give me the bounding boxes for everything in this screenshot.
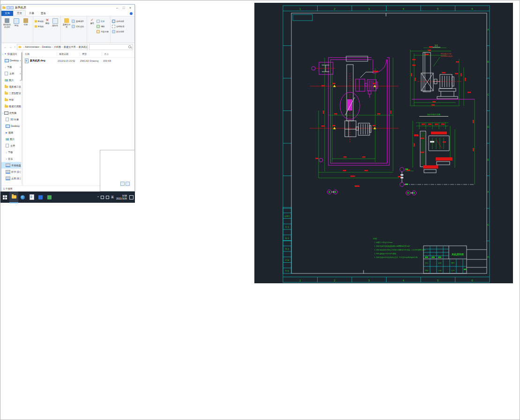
file-type: ZWCAD Drawing	[80, 59, 100, 62]
music-icon: ♪	[6, 157, 7, 160]
column-type[interactable]: 类型	[80, 52, 102, 56]
cad-viewport[interactable]: 1 2 3 4 5 6 1 2 3 4 5 6 A B C D E F G	[254, 3, 513, 283]
pin-to-quick-access-button[interactable]: 固定到快速访问	[3, 18, 11, 28]
forward-button[interactable]: →	[9, 45, 12, 49]
sidebar-item-local-disk-c[interactable]: 本地磁盘 (C:)	[1, 162, 22, 169]
copy-button[interactable]: 复制	[12, 18, 21, 28]
crumb-administrator[interactable]: Administrator	[25, 45, 39, 48]
button-label: 属性	[90, 22, 94, 25]
taskbar-file-explorer[interactable]	[9, 191, 18, 203]
documents-icon	[5, 72, 8, 75]
move-to-button[interactable]: 移动到	[35, 19, 44, 24]
sidebar-item-pictures[interactable]: 图片✦	[1, 77, 22, 83]
copy-icon	[14, 18, 19, 24]
sidebar-item-disk-e[interactable]: 文档 (E:)	[1, 175, 22, 182]
open-button[interactable]: 打开	[97, 19, 109, 24]
system-tray: ^ 英 9:58 2021/3/26	[97, 194, 135, 200]
clock[interactable]: 9:58 2021/3/26	[116, 194, 127, 200]
breadcrumb[interactable]: › Administrator › Desktop › 大样图 › 新建文件夹 …	[17, 44, 88, 50]
crumb-folder-1[interactable]: 大样图	[54, 45, 61, 49]
search-input[interactable]	[89, 44, 133, 50]
invert-selection-button[interactable]: 反向选择	[112, 29, 124, 34]
taskbar-document-app[interactable]	[27, 192, 36, 203]
sidebar-scrollbar[interactable]	[21, 51, 22, 186]
sidebar-item-documents-2[interactable]: 文档	[1, 142, 22, 149]
qat-icon-2[interactable]	[10, 6, 14, 9]
downloads-icon: ↓	[6, 151, 7, 154]
thumbnail-view-icon[interactable]	[126, 182, 130, 186]
sidebar-item-videos[interactable]: ▶视频	[1, 129, 22, 136]
column-name[interactable]: 名称	[23, 52, 57, 56]
maximize-button[interactable]: □	[120, 5, 127, 11]
copy-to-icon	[35, 25, 37, 28]
3d-objects-icon	[6, 118, 9, 121]
desktop-icon	[6, 125, 10, 128]
tab-home[interactable]: 主页	[13, 10, 26, 16]
tab-share[interactable]: 共享	[26, 11, 37, 16]
ime-indicator[interactable]: 英	[111, 195, 114, 199]
select-none-icon	[112, 25, 115, 28]
sidebar-item-folder-3[interactable]: 学校	[1, 96, 22, 103]
button-label: 移动到	[38, 20, 44, 22]
sidebar-item-documents[interactable]: 文档✦	[1, 70, 22, 77]
tray-volume-icon[interactable]	[106, 196, 109, 199]
crumb-current[interactable]: 新风机房	[79, 45, 88, 49]
crumb-folder-2[interactable]: 新建文件夹	[64, 45, 76, 49]
qat-icon-1[interactable]	[7, 6, 10, 9]
sidebar-item-pictures-2[interactable]: 图片	[1, 136, 22, 142]
sidebar-item-disk-d[interactable]: 软件 (D:)	[1, 169, 22, 175]
details-view-icon[interactable]	[120, 182, 125, 186]
button-label: 打开	[101, 20, 104, 22]
file-row-dwg[interactable]: 新风机房.dwg 2010/1/15 20:52 ZWCAD Drawing 1…	[23, 58, 134, 64]
window-title: 新风机房	[15, 6, 26, 10]
notification-center-icon[interactable]	[129, 195, 134, 199]
taskbar-blue-app[interactable]	[36, 192, 45, 203]
edit-button[interactable]: 编辑	[97, 24, 109, 29]
help-icon[interactable]	[130, 12, 133, 15]
sidebar-item-downloads[interactable]: ↓下载✦	[1, 64, 22, 70]
tray-display-icon[interactable]	[101, 196, 104, 199]
button-label: 重命名	[52, 25, 58, 27]
select-none-button[interactable]: 全部取消	[112, 24, 124, 29]
easy-access-button[interactable]: 轻松访问	[72, 24, 84, 29]
copy-to-button[interactable]: 复制到	[35, 24, 44, 29]
sidebar-item-desktop-2[interactable]: Desktop	[1, 123, 22, 129]
detail-title: 风机安装大样图	[427, 113, 440, 116]
column-size[interactable]: 大小	[102, 52, 116, 56]
start-button[interactable]	[0, 192, 9, 203]
sidebar-quick-access[interactable]: ›✦快速访问	[1, 51, 22, 57]
sidebar-item-music[interactable]: ♪音乐	[1, 155, 22, 162]
section-mark: 1-1	[435, 44, 438, 47]
close-button[interactable]: ×	[127, 5, 134, 11]
new-item-button[interactable]: 新建项目	[72, 19, 84, 24]
button-label: 全部取消	[116, 25, 124, 28]
crumb-desktop[interactable]: Desktop	[42, 45, 51, 48]
svg-text:审 定: 审 定	[285, 270, 290, 272]
column-modified[interactable]: 修改日期	[57, 52, 80, 56]
up-button[interactable]: ↑	[14, 45, 16, 49]
sidebar-item-folder-4[interactable]: 暖通空调图纸	[1, 103, 22, 110]
back-button[interactable]: ←	[4, 45, 7, 49]
delete-button[interactable]: ✕ 删除	[44, 18, 51, 29]
note-line: 4. 风机接线做法详见电气图纸。	[374, 252, 398, 255]
new-folder-button[interactable]: 新建文件夹	[62, 18, 71, 29]
sidebar-item-folder-1[interactable]: 道路施工设计图	[1, 83, 22, 90]
tab-file[interactable]: 文件	[1, 11, 13, 16]
svg-text:设计: 设计	[425, 262, 429, 264]
sidebar-item-3d-objects[interactable]: 3D 对象	[1, 116, 22, 123]
sidebar-item-desktop[interactable]: Desktop✦	[1, 57, 22, 64]
tray-chevron-icon[interactable]: ^	[97, 196, 99, 199]
sidebar-item-folder-2[interactable]: 三层别墅全套图纸	[1, 90, 22, 96]
tab-view[interactable]: 查看	[37, 11, 49, 16]
history-button[interactable]: 历史记录	[97, 29, 109, 34]
sidebar-item-downloads-2[interactable]: ↓下载	[1, 149, 22, 155]
sidebar-this-pc[interactable]: ›此电脑	[1, 110, 22, 116]
select-all-button[interactable]: 全部选择	[112, 19, 124, 24]
paste-button[interactable]: 粘贴	[22, 18, 30, 28]
properties-button[interactable]: ✓ 属性	[89, 18, 96, 34]
rename-button[interactable]: 重命名	[52, 18, 59, 29]
taskbar-browser[interactable]	[18, 192, 27, 203]
minimize-button[interactable]: –	[114, 5, 120, 11]
taskbar-green-app[interactable]	[45, 192, 54, 203]
svg-text:专 业: 专 业	[285, 226, 290, 228]
